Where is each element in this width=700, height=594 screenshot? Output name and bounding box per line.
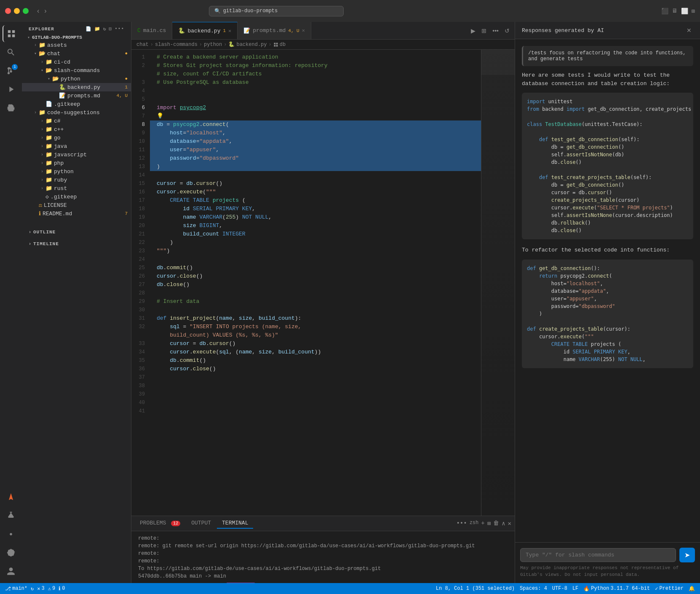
refresh-icon[interactable]: ↻ [103,26,107,32]
tree-root[interactable]: ▾ GITLAB-DUO-PROMPTS [22,34,131,41]
tab-close-button[interactable]: ✕ [228,28,231,34]
sidebar-item-rust[interactable]: › 📁 rust [22,184,131,193]
ai-input-field[interactable] [520,548,676,562]
status-language-item[interactable]: 🔥 Python 3.11.7 64-bit [583,586,650,592]
status-line-ending: LF [572,586,578,591]
status-encoding-item[interactable]: UTF-8 [552,586,567,591]
layout-icon-2[interactable]: 🖥 [672,8,678,15]
code-area[interactable]: # Create a backend server application # … [150,50,481,516]
ai-refresh-button[interactable]: ↺ [503,27,511,35]
outline-section: › OUTLINE [22,226,131,238]
status-sync-item[interactable]: ↻ [31,586,34,592]
ai-response-intro: Here are some tests I would write to tes… [522,71,693,88]
status-branch-item[interactable]: ⎇ main* [5,586,27,592]
sidebar-item-javascript[interactable]: › 📁 javascript [22,150,131,159]
breadcrumb-slash-commands[interactable]: slash-commands [155,42,198,48]
breadcrumb-file[interactable]: backend.py [236,42,267,48]
status-position-item[interactable]: Ln 8, Col 1 (351 selected) [436,586,515,591]
terminal-close-icon[interactable]: ✕ [508,520,511,527]
sidebar-item-code-suggestions[interactable]: › 📁 code-suggestions [22,108,131,117]
sidebar-item-python2[interactable]: › 📁 python [22,167,131,176]
sidebar-item-license[interactable]: ⚖ LICENSE [22,201,131,209]
ai-content[interactable]: /tests focus on refactoring the code int… [515,39,700,542]
sidebar-item-gitkeep2[interactable]: ◇ .gitkeep [22,193,131,201]
terminal-trash-icon[interactable]: 🗑 [493,520,499,527]
split-editor-button[interactable]: ⊞ [480,27,488,35]
collapse-icon[interactable]: ⊟ [109,26,112,32]
sidebar-item-java[interactable]: › 📁 java [22,142,131,150]
outline-header[interactable]: › OUTLINE [22,228,131,236]
panel-tab-output[interactable]: OUTPUT [186,518,216,529]
layout-icon-4[interactable]: ⊞ [692,8,695,15]
activity-gitlab[interactable] [3,489,19,506]
close-window-button[interactable] [5,8,11,14]
sidebar-item-php[interactable]: › 📁 php [22,159,131,167]
breadcrumb-python[interactable]: python [204,42,222,48]
activity-settings[interactable] [3,544,19,561]
new-folder-icon[interactable]: 📁 [94,26,101,32]
sidebar-item-slash-commands[interactable]: ▾ 📂 slash-commands [22,66,131,75]
sidebar-item-cicd[interactable]: › 📁 ci-cd [22,58,131,66]
new-file-icon[interactable]: 📄 [85,26,92,32]
traffic-lights [5,8,29,14]
timeline-header[interactable]: › TIMELINE [22,240,131,248]
maximize-window-button[interactable] [23,8,29,14]
terminal-split-icon[interactable]: ⊞ [487,520,491,527]
status-right: Ln 8, Col 1 (351 selected) Spaces: 4 UTF… [436,586,695,592]
terminal-add-icon[interactable]: + [481,520,484,527]
sidebar-item-go[interactable]: › 📁 go [22,134,131,142]
code-line: # Insert data [150,297,481,306]
tab-prompts-md[interactable]: 📝 prompts.md 4, U ✕ [238,22,311,39]
ai-panel-close-button[interactable]: ✕ [685,26,693,35]
more-actions-button[interactable]: ••• [491,27,500,35]
sidebar-item-chat[interactable]: ▾ 📂 chat ● [22,49,131,58]
nav-forward-button[interactable]: › [43,6,48,16]
sidebar-item-prompts-md[interactable]: 📝 prompts.md 4, U [22,91,131,100]
activity-source-control[interactable]: 1 [3,62,19,79]
activity-extensions[interactable] [3,99,19,116]
sidebar-item-ruby[interactable]: › 📁 ruby [22,176,131,184]
layout-icon-1[interactable]: ⬛ [661,8,668,15]
activity-test[interactable] [3,507,19,524]
status-spaces-item[interactable]: Spaces: 4 [520,586,547,591]
tab-main-cs[interactable]: C main.cs [131,22,172,39]
line-num [131,331,150,340]
breadcrumb-chat[interactable]: chat [136,42,149,48]
sidebar-item-backend-py[interactable]: 🐍 backend.py 1 [22,83,131,91]
activity-ai[interactable] [3,526,19,543]
sidebar-item-cpp[interactable]: › 📁 c++ [22,125,131,134]
tab-close-button[interactable]: ✕ [302,27,305,34]
sidebar-header-icons[interactable]: 📄 📁 ↻ ⊟ ••• [85,26,124,32]
tab-backend-py[interactable]: 🐍 backend.py 1 ✕ [172,22,238,39]
terminal-collapse-icon[interactable]: ∧ [502,520,505,527]
run-file-button[interactable]: ▶ [469,27,477,35]
activity-account[interactable] [3,563,19,580]
code-line: cursor = db.cursor() [150,179,481,188]
status-line-ending-item[interactable]: LF [572,586,578,591]
panel-content[interactable]: remote: remote: git remote set-url origi… [131,531,515,583]
status-errors-item[interactable]: ✕ 3 [37,586,44,592]
sidebar-item-assets[interactable]: › 📁 assets [22,41,131,49]
sidebar-item-readme[interactable]: ℹ README.md 7 [22,209,131,218]
status-formatter-item[interactable]: ✓ Prettier [655,586,684,592]
activity-search[interactable] [3,44,19,61]
sidebar-item-python[interactable]: ▾ 📂 python ● [22,75,131,83]
breadcrumb-symbol[interactable]: db [273,42,286,48]
editor-scroll[interactable]: 1 2 3 4 5 6 7 8 9 10 11 12 13 14 15 16 [131,50,515,516]
sidebar-item-csharp[interactable]: › 📁 c# [22,117,131,125]
more-icon[interactable]: ••• [115,26,124,32]
terminal-more-icon[interactable]: ••• [456,520,467,527]
panel-tab-terminal[interactable]: TERMINAL [217,518,253,529]
minimize-window-button[interactable] [14,8,20,14]
nav-back-button[interactable]: ‹ [35,6,41,16]
sidebar-item-gitkeep[interactable]: 📄 .gitkeep [22,100,131,108]
activity-explorer[interactable] [3,25,19,42]
search-bar[interactable]: 🔍 gitlab-duo-prompts [209,6,344,16]
activity-run[interactable] [3,81,19,98]
status-info-item[interactable]: ℹ 0 [59,586,65,592]
layout-icon-3[interactable]: ⬜ [681,8,688,15]
panel-tab-problems[interactable]: PROBLEMS 12 [135,518,185,529]
ai-send-button[interactable]: ➤ [679,548,695,562]
status-warnings-item[interactable]: ⚠ 9 [48,586,55,592]
status-bell-item[interactable]: 🔔 [689,586,695,592]
